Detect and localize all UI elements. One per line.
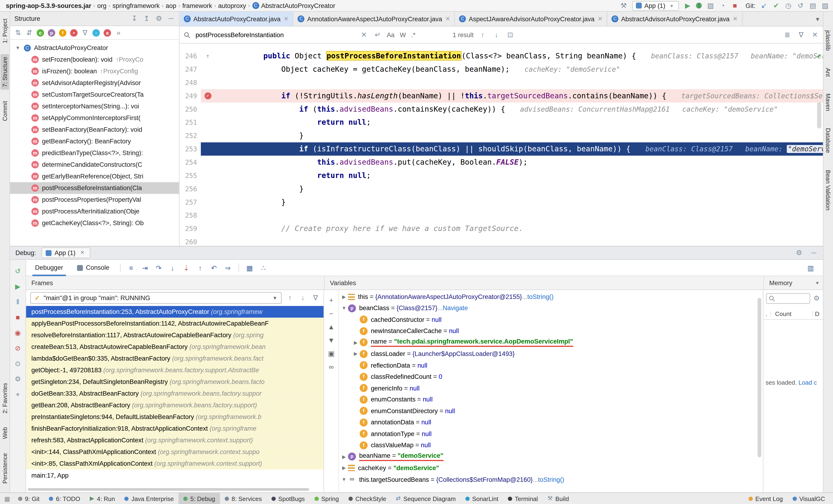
status-spotbugs[interactable]: SpotBugs [266, 493, 310, 504]
memory-search-input[interactable] [766, 293, 810, 304]
pause-icon[interactable]: ‖ [14, 298, 22, 306]
run-configuration-select[interactable]: App (1) ▾ [632, 1, 679, 10]
variable-row[interactable]: ▼pbeanClass = {Class@2157} ... Navigate [339, 303, 757, 314]
expander-icon[interactable]: ▼ [340, 306, 348, 311]
variables-scrollbar[interactable] [758, 298, 761, 457]
regex-toggle[interactable]: .* [411, 31, 415, 39]
memory-column-headers[interactable]: .CountD [763, 308, 823, 320]
structure-method-item[interactable]: msetApplyCommonInterceptorsFirst( [10, 112, 179, 124]
stack-frame-row[interactable]: main:17, App [26, 470, 324, 481]
view-breakpoints-icon[interactable]: ◉ [14, 329, 22, 337]
breadcrumb-item[interactable]: spring-aop-5.3.9-sources.jar [4, 2, 93, 9]
git-commit-check-icon[interactable]: ✔ [772, 1, 780, 10]
status-spring[interactable]: Spring [310, 493, 343, 504]
stack-frame-row[interactable]: postProcessBeforeInstantiation:253, Abst… [26, 306, 324, 318]
close-tab-icon[interactable]: ✕ [598, 16, 603, 22]
resume-icon[interactable]: ▶ [14, 283, 22, 291]
structure-method-item[interactable]: misFrozen(): boolean ↑ProxyConfig [10, 65, 179, 77]
trace-icon[interactable]: ∴ [257, 264, 270, 272]
settings-gear-icon[interactable]: ⚙ [155, 14, 163, 23]
stack-frame-row[interactable]: getBean:208, AbstractBeanFactory (org.sp… [26, 399, 324, 411]
variable-row[interactable]: fannotationData = null [339, 417, 757, 428]
hide-panel-icon[interactable]: ─ [167, 14, 175, 23]
show-inherited-toggle[interactable]: c [37, 29, 44, 37]
editor-scrollbar[interactable] [817, 102, 821, 129]
show-anonymous-toggle[interactable]: ◦ [93, 29, 100, 37]
stack-frame-row[interactable]: applyBeanPostProcessorsBeforeInstantiati… [26, 318, 324, 329]
sidebar-item-persistence[interactable]: Persistence [0, 450, 9, 486]
clear-search-icon[interactable]: ✕ [360, 31, 368, 39]
sort-by-visibility-icon[interactable]: ⇵ [25, 28, 33, 37]
close-session-icon[interactable]: ✕ [79, 248, 86, 257]
stack-frame-row[interactable]: createBean:513, AbstractAutowireCapableB… [26, 341, 324, 353]
structure-method-item[interactable]: mpredictBeanType(Class<?>, String): [10, 147, 179, 159]
expander-icon[interactable]: ▶ [352, 351, 360, 357]
editor-tab[interactable]: CAspectJAwareAdvisorAutoProxyCreator.jav… [455, 12, 608, 26]
window-panels-icon[interactable]: ▧ [821, 1, 829, 10]
close-tab-icon[interactable]: ✕ [284, 16, 289, 22]
pin-icon[interactable]: ⌖ [14, 390, 22, 399]
show-watches-icon[interactable]: ∞ [329, 363, 334, 370]
evaluate-expression-icon[interactable]: ▦ [243, 264, 257, 272]
variable-row[interactable]: fnewInstanceCallerCache = null [339, 325, 757, 337]
expander-icon[interactable]: ▼ [340, 477, 348, 482]
run-to-cursor-icon[interactable]: ⇒ [221, 264, 235, 272]
hide-debug-icon[interactable]: ─ [810, 248, 817, 257]
variable-row[interactable]: ▼∞this.targetSourcedBeans = {Collections… [339, 474, 757, 485]
value-link[interactable]: toString() [527, 293, 553, 301]
debug-settings-gear-icon[interactable]: ⚙ [14, 375, 22, 383]
visibility-toggle[interactable]: a [103, 29, 111, 37]
remove-watch-icon[interactable]: − [329, 310, 333, 318]
stop-button[interactable]: ■ [731, 1, 739, 10]
structure-method-item[interactable]: mgetCacheKey(Class<?>, String): Ob [10, 217, 179, 229]
debug-session-tab[interactable]: App (1) ✕ [41, 247, 90, 258]
step-into-icon[interactable]: ↓ [166, 264, 180, 272]
memory-chevron-icon[interactable]: ▾ [816, 276, 818, 290]
structure-method-item[interactable]: mdetermineCandidateConstructors(C [10, 159, 179, 170]
search-filter-funnel-icon[interactable]: ∇ [798, 31, 805, 39]
debug-tab-debugger[interactable]: Debugger [28, 260, 70, 276]
sidebar-item-bean-validation[interactable]: Bean Validation [824, 167, 832, 213]
value-link[interactable]: Navigate [443, 305, 468, 312]
frames-filter-funnel-icon[interactable]: ∇ [312, 294, 319, 302]
stack-frame-row[interactable]: finishBeanFactoryInitialization:918, Abs… [26, 423, 324, 434]
override-marker-icon[interactable]: ↑ [206, 49, 210, 63]
search-input[interactable]: postProcessBeforeInstantiation [195, 31, 355, 39]
stack-frame-row[interactable]: resolveBeforeInstantiation:1117, Abstrac… [26, 329, 324, 341]
structure-method-item[interactable]: mpostProcessBeforeInstantiation(Cla [10, 182, 179, 194]
variable-row[interactable]: fgenericInfo = null [339, 382, 757, 394]
layout-settings-icon[interactable]: ▥ [804, 264, 817, 272]
history-clock-icon[interactable]: ◷ [785, 1, 792, 10]
show-execution-point-icon[interactable]: ⇥ [138, 264, 152, 272]
sidebar-item-ant[interactable]: Ant [824, 65, 832, 79]
move-down-icon[interactable]: ▼ [328, 336, 334, 344]
rerun-icon[interactable]: ↺ [14, 267, 22, 275]
status-java-enterprise[interactable]: Java Enterprise [120, 493, 178, 504]
memory-title-row[interactable]: Memory ▾ [763, 276, 823, 290]
coverage-icon[interactable]: ▨ [707, 1, 714, 10]
load-classes-link[interactable]: Load c [799, 379, 817, 386]
variable-row[interactable]: fclassValueMap = null [339, 439, 757, 451]
expander-icon[interactable]: ▶ [340, 454, 348, 459]
variable-row[interactable]: ▶this = {AnnotationAwareAspectJAutoProxy… [339, 291, 757, 303]
stop-icon[interactable]: ■ [14, 313, 22, 322]
stack-frame-row[interactable]: <init>:144, ClassPathXmlApplicationConte… [26, 446, 324, 458]
select-all-occurrences-icon[interactable]: ⊡ [506, 31, 514, 39]
status-event-log[interactable]: Event Log [744, 493, 788, 504]
frames-hscrollbar[interactable] [28, 488, 309, 491]
next-occurrence-icon[interactable]: ↓ [493, 31, 500, 39]
breakpoint-icon[interactable]: ✓ [204, 93, 211, 99]
show-non-public-toggle[interactable]: • [70, 29, 77, 37]
sidebar-item-database[interactable]: Database [824, 125, 832, 156]
sidebar-item-maven[interactable]: Maven [824, 91, 832, 114]
newline-icon[interactable]: ↵ [374, 31, 381, 39]
breadcrumb-item[interactable]: org [96, 2, 108, 9]
more-chevron-icon[interactable]: » [115, 28, 122, 37]
status-build[interactable]: ⚒Build [543, 493, 574, 504]
sidebar-item-jclasslib[interactable]: jclasslib [824, 28, 832, 53]
show-fields-toggle[interactable]: f [59, 29, 66, 37]
variable-row[interactable]: ▶cacheKey = "demoService" [339, 462, 757, 474]
expand-all-icon[interactable]: ↧ [130, 14, 138, 23]
window-layout-icon[interactable]: ▤ [809, 1, 817, 10]
close-tab-icon[interactable]: ✕ [733, 16, 738, 22]
